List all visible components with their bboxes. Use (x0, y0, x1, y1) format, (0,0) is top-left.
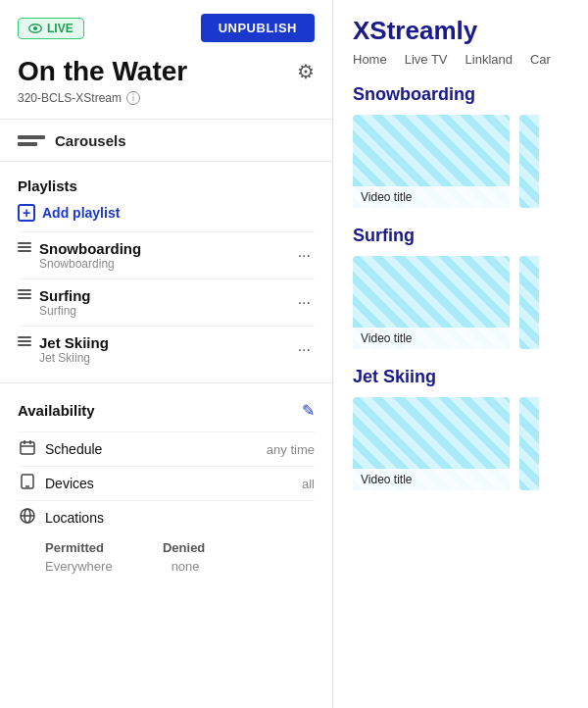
availability-row-schedule: Schedule any time (18, 431, 315, 466)
live-badge: LIVE (18, 18, 84, 39)
video-card-0: Video title (353, 115, 510, 208)
playlist-menu-button-0[interactable]: ··· (294, 245, 315, 267)
video-card-bg-0: Video title (353, 115, 510, 208)
device-icon (18, 474, 37, 493)
carousels-label: Carousels (55, 132, 126, 149)
playlist-text-0: Snowboarding Snowboarding (39, 240, 141, 271)
svg-rect-2 (21, 442, 34, 454)
list-icon-0 (18, 242, 31, 252)
add-playlist-button[interactable]: + Add playlist (18, 204, 120, 222)
schedule-value: any time (267, 442, 315, 457)
playlist-menu-button-2[interactable]: ··· (294, 339, 315, 361)
playlist-sub-0: Snowboarding (39, 257, 141, 271)
video-title-2: Video title (353, 469, 510, 490)
availability-row-devices: Devices all (18, 466, 315, 500)
section-title-2: Jet Skiing (353, 367, 568, 387)
nav-item-home[interactable]: Home (353, 52, 387, 67)
nav-item-linkland[interactable]: Linkland (466, 52, 513, 67)
video-card-partial-0 (519, 115, 539, 208)
section-surfing: Surfing Video title (333, 212, 588, 349)
globe-icon (18, 508, 37, 528)
locations-sub: Permitted Denied Everywhere none (18, 534, 315, 576)
locations-sub-values: Everywhere none (45, 557, 315, 576)
playlist-name-1: Surfing (39, 287, 91, 304)
list-item: Surfing Surfing ··· (18, 278, 315, 326)
app-name: XStreamly (353, 16, 568, 46)
carousels-icon-bar-2 (18, 142, 37, 146)
denied-value: none (172, 559, 200, 574)
top-bar: LIVE UNPUBLISH (0, 0, 332, 52)
page-title-row: On the Water ⚙ (0, 52, 332, 89)
video-title-0: Video title (353, 186, 510, 208)
section-jetskiing: Jet Skiing Video title (333, 353, 588, 490)
playlist-item-left-2: Jet Skiing Jet Skiing (18, 334, 109, 365)
list-item: Snowboarding Snowboarding ··· (18, 231, 315, 278)
schedule-label: Schedule (45, 441, 102, 457)
avail-left-devices: Devices (18, 474, 94, 493)
live-badge-label: LIVE (47, 22, 74, 35)
nav-item-livetv[interactable]: Live TV (405, 52, 448, 67)
carousels-section[interactable]: Carousels (0, 119, 332, 162)
eye-icon (28, 22, 42, 35)
permitted-value: Everywhere (45, 559, 113, 574)
carousel-preview-0: Video title (353, 115, 568, 208)
playlist-name-2: Jet Skiing (39, 334, 109, 351)
playlist-menu-button-1[interactable]: ··· (294, 292, 315, 314)
availability-heading: Availability (18, 402, 95, 419)
availability-row-locations: Locations (18, 500, 315, 534)
section-snowboarding: Snowboarding Video title (333, 71, 588, 208)
denied-header: Denied (163, 540, 205, 555)
playlist-item-left-0: Snowboarding Snowboarding (18, 240, 141, 271)
section-title-0: Snowboarding (353, 84, 568, 105)
info-icon[interactable]: i (126, 91, 140, 105)
video-card-bg-1: Video title (353, 256, 510, 349)
video-card-2: Video title (353, 397, 510, 490)
list-icon-2 (18, 336, 31, 346)
gear-icon[interactable]: ⚙ (297, 60, 315, 83)
playlists-section: Playlists + Add playlist Snowboarding Sn… (0, 162, 332, 373)
permitted-header: Permitted (45, 540, 104, 555)
locations-sub-headers: Permitted Denied (45, 538, 315, 557)
playlist-item-left-1: Surfing Surfing (18, 287, 91, 318)
playlist-sub-2: Jet Skiing (39, 351, 109, 365)
playlist-text-2: Jet Skiing Jet Skiing (39, 334, 109, 365)
video-title-1: Video title (353, 328, 510, 349)
playlists-heading: Playlists (18, 177, 315, 194)
carousel-preview-1: Video title (353, 256, 568, 349)
list-item: Jet Skiing Jet Skiing ··· (18, 326, 315, 373)
list-icon-1 (18, 289, 31, 299)
add-playlist-icon: + (18, 204, 35, 222)
page-id-row: 320-BCLS-XStream i (0, 89, 332, 119)
video-card-partial-bg-0 (519, 115, 539, 208)
app-header: XStreamly Home Live TV Linkland Car (333, 0, 588, 71)
carousels-icon-bar-1 (18, 135, 45, 139)
add-playlist-label: Add playlist (42, 205, 120, 221)
unpublish-button[interactable]: UNPUBLISH (201, 14, 315, 42)
carousel-preview-2: Video title (353, 397, 568, 490)
locations-label: Locations (45, 510, 104, 526)
video-card-partial-bg-1 (519, 256, 539, 349)
avail-left-locations: Locations (18, 508, 104, 528)
video-card-partial-1 (519, 256, 539, 349)
availability-section: Availability ✎ Schedule any time (0, 382, 332, 576)
app-nav: Home Live TV Linkland Car (353, 52, 568, 67)
right-panel: XStreamly Home Live TV Linkland Car Snow… (333, 0, 588, 708)
carousels-icon (18, 129, 45, 151)
playlist-name-0: Snowboarding (39, 240, 141, 257)
video-card-partial-2 (519, 397, 539, 490)
devices-value: all (302, 477, 315, 491)
playlist-sub-1: Surfing (39, 304, 91, 318)
devices-label: Devices (45, 476, 94, 491)
page-title: On the Water (18, 56, 187, 87)
edit-icon[interactable]: ✎ (302, 401, 315, 420)
video-card-bg-2: Video title (353, 397, 510, 490)
calendar-icon (18, 439, 37, 459)
section-title-1: Surfing (353, 226, 568, 246)
page-id-text: 320-BCLS-XStream (18, 91, 122, 105)
avail-left-schedule: Schedule (18, 439, 102, 459)
nav-item-car[interactable]: Car (530, 52, 551, 67)
video-card-partial-bg-2 (519, 397, 539, 490)
svg-point-1 (33, 25, 37, 29)
video-card-1: Video title (353, 256, 510, 349)
availability-header: Availability ✎ (18, 401, 315, 420)
